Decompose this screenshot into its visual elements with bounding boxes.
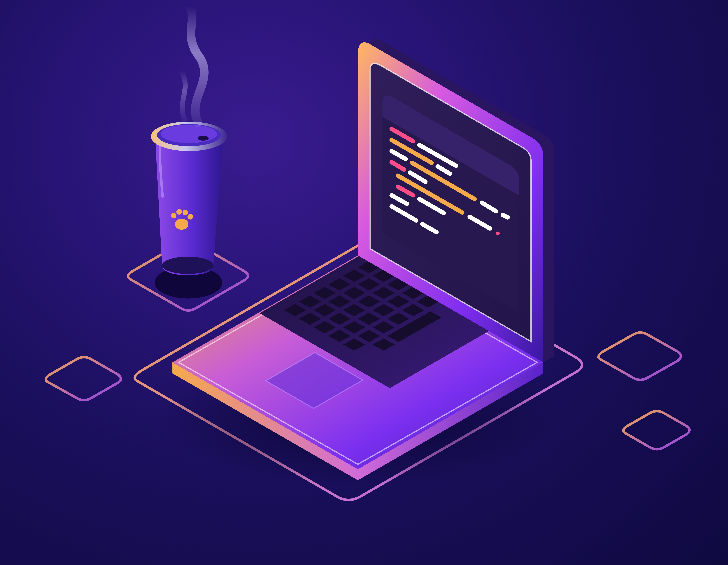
svg-point-22 (198, 136, 209, 141)
svg-point-28 (162, 257, 213, 274)
rhombus-outline-small (623, 411, 690, 449)
svg-point-26 (183, 210, 188, 215)
svg-point-23 (175, 219, 188, 230)
coffee-cup-icon (151, 122, 227, 275)
svg-point-25 (176, 209, 182, 215)
rhombus-outline-small (599, 333, 681, 380)
svg-point-13 (496, 232, 500, 235)
svg-line-8 (503, 215, 508, 217)
rhombus-outline-small (46, 357, 121, 400)
svg-point-21 (161, 125, 217, 143)
svg-point-24 (171, 213, 176, 218)
isometric-illustration (0, 0, 728, 565)
steam-icon (181, 6, 204, 123)
svg-point-27 (188, 214, 193, 220)
